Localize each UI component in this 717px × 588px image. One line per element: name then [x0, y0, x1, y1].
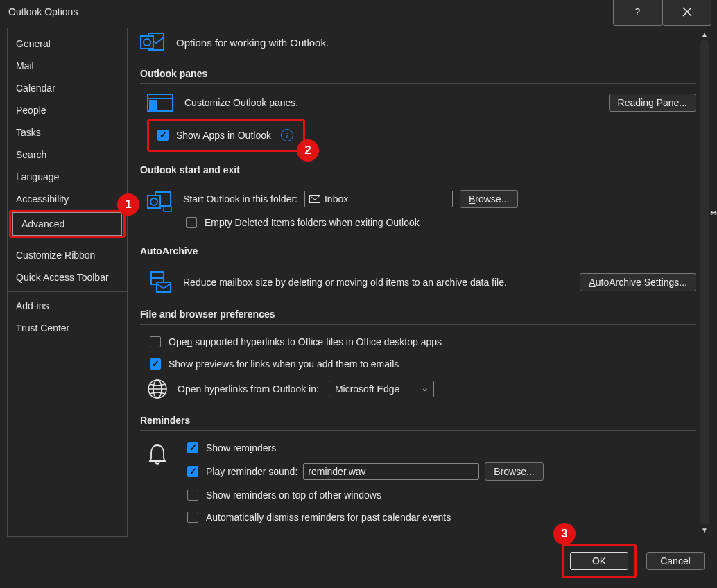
bell-icon [147, 443, 168, 467]
sidebar-item-general[interactable]: General [8, 33, 127, 55]
sidebar: General Mail Calendar People Tasks Searc… [7, 28, 128, 537]
resize-handle-icon[interactable]: ⇔ [710, 208, 717, 218]
annotation-badge-1: 1 [117, 193, 139, 216]
section-start-exit: Outlook start and exit [140, 164, 696, 175]
scroll-down-icon[interactable]: ▼ [701, 526, 708, 534]
svg-rect-1 [141, 36, 153, 49]
annotation-badge-3: 3 [553, 523, 576, 545]
reminders-on-top-checkbox[interactable] [187, 490, 198, 501]
page-subtitle: Options for working with Outlook. [176, 37, 329, 49]
sidebar-item-customize-ribbon[interactable]: Customize Ribbon [8, 244, 127, 266]
show-previews-label[interactable]: Show previews for links when you add the… [169, 358, 399, 370]
empty-deleted-label[interactable]: Empty Deleted Items folders when exiting… [205, 217, 420, 228]
open-office-checkbox[interactable] [150, 336, 161, 347]
browse-sound-button[interactable]: Browse... [485, 462, 543, 481]
browser-select[interactable]: Microsoft Edge [329, 381, 434, 397]
svg-rect-13 [157, 282, 171, 292]
section-file-browser: File and browser preferences [140, 309, 696, 320]
annotation-badge-2: 2 [297, 139, 319, 162]
titlebar: Outlook Options ? [0, 0, 717, 24]
cancel-button[interactable]: Cancel [646, 552, 705, 570]
start-folder-input[interactable]: Inbox [304, 191, 453, 207]
sound-file-input[interactable] [303, 463, 479, 480]
browser-value: Microsoft Edge [335, 383, 399, 395]
auto-dismiss-checkbox[interactable] [187, 512, 198, 523]
svg-rect-10 [309, 196, 320, 203]
show-apps-checkbox[interactable] [157, 130, 169, 141]
outlook-folder-icon [147, 191, 172, 212]
archive-icon [147, 271, 172, 293]
play-sound-checkbox[interactable] [187, 466, 198, 477]
play-sound-label[interactable]: Play reminder sound: [206, 466, 297, 477]
info-icon[interactable]: i [281, 129, 293, 141]
window-title: Outlook Options [8, 6, 613, 17]
sidebar-item-addins[interactable]: Add-ins [8, 295, 127, 317]
globe-icon [147, 379, 168, 399]
start-folder-value: Inbox [325, 193, 348, 205]
sidebar-item-accessibility[interactable]: Accessibility [8, 188, 127, 210]
auto-dismiss-label[interactable]: Automatically dismiss reminders for past… [206, 512, 451, 523]
autoarchive-desc: Reduce mailbox size by deleting or movin… [183, 277, 580, 288]
start-folder-label: Start Outlook in this folder: [183, 193, 297, 205]
sidebar-item-trust-center[interactable]: Trust Center [8, 317, 127, 339]
outlook-icon [140, 32, 165, 53]
sidebar-item-language[interactable]: Language [8, 166, 127, 188]
show-reminders-label[interactable]: Show reminders [206, 442, 276, 453]
svg-rect-7 [148, 196, 160, 208]
vertical-scrollbar[interactable]: ▲ ▼ [699, 28, 710, 537]
content-panel: Options for working with Outlook. Outloo… [140, 28, 699, 537]
show-reminders-checkbox[interactable] [187, 442, 198, 453]
ok-button[interactable]: OK [570, 552, 628, 570]
sidebar-item-calendar[interactable]: Calendar [8, 77, 127, 99]
empty-deleted-checkbox[interactable] [186, 217, 197, 228]
customize-panes-label: Customize Outlook panes. [184, 97, 609, 108]
envelope-icon [309, 195, 320, 203]
open-links-label: Open hyperlinks from Outlook in: [178, 383, 319, 395]
sidebar-item-mail[interactable]: Mail [8, 55, 127, 77]
show-previews-checkbox[interactable] [150, 358, 161, 370]
reading-pane-button[interactable]: Reading Pane... [609, 94, 696, 112]
section-autoarchive: AutoArchive [140, 245, 696, 257]
reminders-on-top-label[interactable]: Show reminders on top of other windows [206, 490, 381, 501]
sidebar-item-search[interactable]: Search [8, 144, 127, 166]
scroll-up-icon[interactable]: ▲ [701, 31, 708, 38]
sidebar-item-people[interactable]: People [8, 99, 127, 121]
show-apps-label[interactable]: Show Apps in Outlook [176, 130, 271, 141]
open-office-label[interactable]: Open supported hyperlinks to Office file… [169, 336, 442, 347]
panes-icon [147, 94, 173, 112]
svg-rect-9 [164, 207, 171, 211]
section-reminders: Reminders [140, 415, 696, 426]
sidebar-item-advanced[interactable]: Advanced [12, 212, 122, 236]
svg-rect-4 [149, 100, 157, 110]
sidebar-item-tasks[interactable]: Tasks [8, 121, 127, 144]
sidebar-item-quick-access[interactable]: Quick Access Toolbar [8, 266, 127, 288]
close-button[interactable] [662, 0, 711, 26]
section-outlook-panes: Outlook panes [140, 68, 696, 79]
help-button[interactable]: ? [613, 0, 662, 26]
autoarchive-settings-button[interactable]: AutoArchive Settings... [580, 273, 696, 291]
browse-folder-button[interactable]: Browse... [460, 190, 518, 208]
